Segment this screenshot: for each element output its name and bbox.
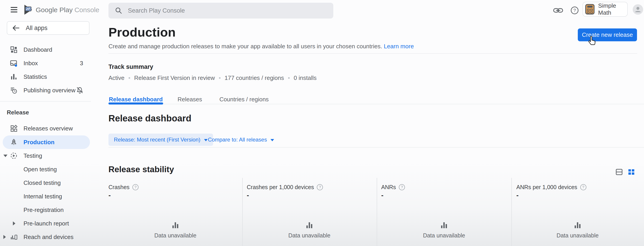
crashes-value: -	[108, 191, 111, 199]
release-filter-label: Release: Most recent (First Version)	[114, 137, 200, 143]
sidebar-item-pre-launch-report[interactable]: Pre-launch report	[0, 217, 91, 230]
metric-label: Crashes	[108, 184, 130, 191]
sidebar-item-internal-testing[interactable]: Internal testing	[0, 190, 91, 203]
sidebar-item-open-testing[interactable]: Open testing	[0, 163, 91, 176]
sidebar-item-label: Testing	[24, 152, 42, 159]
sidebar-item-pre-registration[interactable]: Pre-registration	[0, 203, 91, 217]
dot-separator	[288, 77, 290, 79]
status-release-review: Release First Version in review	[134, 74, 215, 81]
learn-more-link[interactable]: Learn more	[384, 43, 414, 50]
dashboard-icon	[10, 46, 18, 53]
tab-label: Countries / regions	[220, 96, 269, 103]
rows-view-toggle[interactable]	[615, 168, 623, 176]
sidebar-item-label: Closed testing	[24, 179, 61, 186]
search-input[interactable]	[128, 7, 329, 14]
anrs-empty-state: Data unavailable	[410, 220, 478, 239]
sidebar-item-label: Reach and devices	[24, 234, 74, 241]
sidebar-item-production[interactable]: Production	[0, 135, 91, 149]
sidebar-item-label: Inbox	[24, 60, 38, 67]
sidebar-item-closed-testing[interactable]: Closed testing	[0, 176, 91, 190]
card-divider	[377, 178, 377, 246]
grid-view-icon	[628, 168, 635, 176]
statistics-icon	[10, 73, 18, 80]
sidebar-item-publishing-overview[interactable]: Publishing overview	[0, 83, 91, 97]
release-stability-heading: Release stability	[108, 165, 174, 174]
sidebar-item-label: Pre-launch report	[24, 220, 69, 227]
tab-countries-regions[interactable]: Countries / regions	[219, 95, 269, 104]
help-icon[interactable]: ?	[317, 184, 323, 190]
search-icon	[115, 7, 122, 14]
search-bar[interactable]	[108, 3, 333, 18]
card-divider	[242, 178, 243, 246]
sidebar-item-testing[interactable]: Testing	[0, 149, 91, 163]
chevron-down-icon	[270, 139, 274, 141]
tabs-divider	[108, 104, 644, 104]
all-apps-button[interactable]: All apps	[7, 21, 90, 35]
anrs-per-1000-card-label: ANRs per 1,000 devices ?	[516, 184, 586, 191]
sidebar-item-reach-and-devices[interactable]: Reach and devices	[0, 230, 91, 244]
anrs-value: -	[381, 191, 384, 199]
app-icon	[585, 3, 594, 15]
crashes-per-1000-empty-state: Data unavailable	[276, 220, 343, 239]
tab-releases[interactable]: Releases	[176, 95, 203, 104]
help-icon[interactable]: ?	[570, 6, 579, 15]
release-dashboard-heading: Release dashboard	[108, 113, 192, 123]
account-avatar[interactable]	[633, 4, 643, 15]
bar-chart-icon	[440, 220, 448, 229]
anrs-per-1000-value: -	[516, 191, 518, 199]
chevron-down-icon	[204, 139, 208, 141]
dot-separator	[128, 77, 130, 79]
empty-text: Data unavailable	[154, 232, 196, 239]
releases-overview-icon	[10, 125, 18, 132]
release-section-label: Release	[7, 106, 29, 119]
back-arrow-icon	[12, 25, 20, 31]
empty-text: Data unavailable	[556, 232, 598, 239]
sidebar-item-label: Production	[24, 139, 54, 146]
help-icon[interactable]: ?	[132, 184, 138, 190]
play-console-screen: Google PlayConsole ?	[0, 0, 644, 246]
crashes-empty-state: Data unavailable	[142, 220, 209, 239]
anrs-per-1000-empty-state: Data unavailable	[544, 220, 612, 239]
sidebar-item-label: Internal testing	[24, 193, 62, 200]
sidebar-item-statistics[interactable]: Statistics	[0, 70, 91, 83]
status-active: Active	[108, 74, 124, 81]
logo-text: Google PlayConsole	[36, 6, 100, 14]
inbox-count-badge: 3	[80, 60, 83, 67]
sidebar-item-label: Pre-registration	[24, 207, 64, 214]
bar-chart-icon	[305, 220, 314, 229]
expand-caret-icon[interactable]	[13, 221, 15, 226]
sidebar-divider	[0, 101, 91, 102]
svg-text:?: ?	[573, 8, 576, 13]
publishing-overview-icon	[10, 87, 18, 94]
collapse-caret-icon[interactable]	[4, 155, 8, 157]
sidebar-item-dashboard[interactable]: Dashboard	[0, 43, 91, 56]
expand-caret-icon[interactable]	[4, 235, 6, 239]
link-icon[interactable]	[553, 7, 563, 14]
app-switcher[interactable]: Simple Math	[582, 2, 628, 17]
metric-label: Crashes per 1,000 devices	[247, 184, 314, 191]
bar-chart-icon	[171, 220, 180, 229]
grid-view-toggle[interactable]	[627, 168, 636, 176]
inbox-icon	[10, 60, 18, 67]
logo-suffix: Console	[74, 6, 99, 13]
help-icon[interactable]: ?	[580, 184, 586, 190]
compare-filter-label: Compare to: All releases	[208, 137, 267, 143]
status-countries: 177 countries / regions	[224, 74, 284, 81]
rows-view-icon	[615, 168, 623, 176]
menu-icon[interactable]	[10, 7, 18, 12]
sidebar-item-label: Open testing	[24, 166, 57, 173]
sidebar-item-inbox[interactable]: Inbox 3	[0, 56, 91, 70]
testing-icon	[10, 152, 18, 159]
dot-separator	[219, 77, 220, 79]
topbar: Google PlayConsole ?	[0, 0, 644, 20]
compare-filter-dropdown[interactable]: Compare to: All releases	[208, 134, 274, 146]
release-filter-dropdown[interactable]: Release: Most recent (First Version)	[108, 134, 213, 146]
logo-primary: Google Play	[36, 6, 72, 13]
help-icon[interactable]: ?	[399, 184, 405, 190]
tab-label: Releases	[178, 96, 202, 103]
crashes-per-1000-value: -	[247, 191, 249, 199]
notifications-off-icon	[76, 86, 84, 94]
rocket-icon	[10, 139, 18, 146]
create-new-release-button[interactable]: Create new release	[578, 28, 637, 41]
sidebar-item-releases-overview[interactable]: Releases overview	[0, 122, 91, 135]
